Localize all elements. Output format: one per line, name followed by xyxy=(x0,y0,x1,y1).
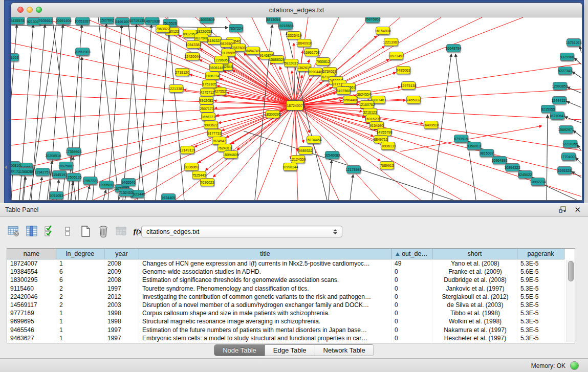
graph-node[interactable]: 10975887 xyxy=(59,162,73,170)
new-table-icon[interactable] xyxy=(79,225,92,238)
graph-node[interactable]: 2507170 xyxy=(200,104,214,113)
table-row[interactable]: 1830029562008Estimation of significance … xyxy=(7,276,575,284)
graph-node[interactable]: 14671938 xyxy=(145,17,159,25)
graph-node[interactable]: 9806146 xyxy=(209,63,224,72)
graph-node[interactable]: 15134454 xyxy=(307,136,321,144)
panel-collapse-arrow-icon[interactable] xyxy=(5,165,7,169)
graph-node[interactable]: 16409510 xyxy=(424,121,438,129)
graph-node[interactable]: 7485063 xyxy=(396,66,410,74)
graph-node[interactable]: 13995810 xyxy=(99,181,114,189)
column-header-pagerank[interactable]: pagerank xyxy=(517,249,564,259)
table-settings-icon[interactable] xyxy=(7,225,20,238)
graph-node[interactable]: 17359924 xyxy=(67,147,81,156)
graph-node[interactable]: 1527602 xyxy=(100,17,114,24)
graph-node[interactable]: 9815037 xyxy=(480,149,494,157)
graph-node[interactable]: 11545193 xyxy=(52,170,67,179)
graph-node[interactable]: 5822037 xyxy=(284,59,298,67)
graph-node[interactable]: 15751074 xyxy=(567,38,581,47)
graph-node[interactable]: 12444151 xyxy=(552,96,567,104)
graph-node[interactable]: 18300295 xyxy=(266,110,280,118)
column-header-short[interactable]: short xyxy=(432,249,517,259)
graph-node[interactable]: 18640910 xyxy=(297,39,311,47)
graph-node[interactable]: 7857224 xyxy=(229,24,243,32)
graph-node[interactable]: 16964893 xyxy=(492,156,507,164)
graph-node[interactable]: 6466100 xyxy=(115,17,129,26)
graph-node[interactable]: 12213383 xyxy=(169,84,183,93)
tab-node-table[interactable]: Node Table xyxy=(214,345,265,356)
table-select-dropdown[interactable]: citations_edges.txt xyxy=(141,226,342,237)
graph-node[interactable]: 20206516 xyxy=(46,151,60,160)
graph-node[interactable]: 6497568 xyxy=(336,86,351,95)
tab-network-table[interactable]: Network Table xyxy=(315,345,374,356)
graph-node[interactable]: 9358913 xyxy=(467,142,481,150)
graph-node[interactable]: 20691406 xyxy=(56,17,71,25)
graph-node[interactable]: 12975138 xyxy=(401,81,416,90)
graph-node[interactable]: 10543382 xyxy=(186,40,201,49)
table-row[interactable]: 1938455462009Genome-wide association stu… xyxy=(7,268,575,276)
graph-node[interactable]: 1186234 xyxy=(205,72,220,80)
graph-node[interactable]: 17957223 xyxy=(83,177,97,185)
graph-node[interactable]: 3656371 xyxy=(201,113,215,121)
graph-node[interactable]: 9989332 xyxy=(298,146,313,155)
graph-node[interactable]: 16648784 xyxy=(446,44,461,52)
network-canvas[interactable]: 5435578921307176056622069140610653287152… xyxy=(11,17,582,201)
graph-node[interactable]: 10973493 xyxy=(389,52,403,60)
graph-node[interactable]: 6595328 xyxy=(557,166,572,174)
graph-node[interactable]: 12210355 xyxy=(563,140,577,148)
delete-table-icon[interactable] xyxy=(97,225,110,238)
scrollbar-thumb[interactable] xyxy=(568,261,574,281)
graph-node[interactable]: 12124559 xyxy=(291,155,305,163)
column-header-year[interactable]: year xyxy=(104,249,139,259)
graph-node[interactable]: 3624554 xyxy=(357,90,371,98)
graph-node[interactable]: 16546082 xyxy=(325,151,339,159)
select-all-icon[interactable] xyxy=(43,225,56,238)
unselect-rows-icon[interactable] xyxy=(61,225,74,238)
graph-node[interactable]: 12093853 xyxy=(553,82,567,90)
window-titlebar[interactable]: citations_edges.txt xyxy=(11,3,582,17)
graph-node[interactable]: 19218586 xyxy=(278,21,293,30)
graph-node[interactable]: 15094605 xyxy=(224,150,238,159)
graph-node[interactable]: 12213967 xyxy=(384,38,398,46)
graph-node[interactable]: 16033809 xyxy=(200,17,214,24)
graph-node[interactable]: 7636023 xyxy=(200,178,214,186)
graph-node[interactable]: 7465832 xyxy=(406,96,421,104)
graph-node[interactable]: 16210643 xyxy=(550,112,564,120)
graph-node[interactable]: 8036869 xyxy=(184,163,199,171)
close-panel-icon[interactable]: ✕ xyxy=(574,205,581,214)
column-header-out_de[interactable]: out_de… xyxy=(391,249,432,259)
graph-node[interactable]: 9903622 xyxy=(204,121,218,129)
tab-edge-table[interactable]: Edge Table xyxy=(265,345,315,356)
graph-node[interactable]: 12286058 xyxy=(214,56,229,64)
graph-node[interactable]: 16154808 xyxy=(376,27,390,35)
graph-node[interactable]: 5051053 xyxy=(49,191,63,200)
graph-node[interactable]: 10996133 xyxy=(381,142,395,150)
graph-node[interactable]: 10992234 xyxy=(531,178,545,186)
graph-node[interactable]: 15692971 xyxy=(559,125,573,134)
table-row[interactable]: 2242004622012Investigating the contribut… xyxy=(7,293,575,301)
graph-node[interactable]: 22420046 xyxy=(185,52,200,60)
graph-node[interactable]: 15688520 xyxy=(270,55,284,63)
graph-node[interactable]: 7634405 xyxy=(161,193,176,201)
table-row[interactable]: 1872400712008Changes of HCN gene express… xyxy=(7,259,575,268)
graph-node[interactable]: 12178986 xyxy=(346,165,361,173)
graph-node[interactable]: 10653287 xyxy=(75,17,90,25)
graph-node[interactable]: 2718120 xyxy=(175,68,189,76)
graph-node[interactable]: 10894223 xyxy=(505,163,519,171)
graph-node[interactable]: 20564486 xyxy=(343,96,357,104)
column-header-in_degree[interactable]: in_degree xyxy=(56,249,104,259)
graph-node[interactable]: 12505135 xyxy=(67,173,81,181)
graph-node[interactable]: 11568289 xyxy=(19,167,33,176)
table-row[interactable]: 911546021997Tourette syndrome. Phenomeno… xyxy=(7,285,575,293)
float-panel-icon[interactable] xyxy=(559,206,567,213)
table-scrollbar[interactable] xyxy=(567,260,574,342)
graph-node[interactable]: 7152453 xyxy=(119,188,133,196)
graph-node[interactable]: 9245022 xyxy=(518,170,532,179)
graph-node[interactable]: 17704003 xyxy=(561,152,576,161)
graph-node[interactable]: 6793919 xyxy=(454,135,468,143)
table-row[interactable]: 969969511998Structural magnetic resonanc… xyxy=(7,317,575,325)
graph-node[interactable]: 20551903 xyxy=(75,48,90,56)
graph-node[interactable]: 7955812 xyxy=(316,57,330,65)
graph-node[interactable]: 7963822 xyxy=(156,25,170,33)
table-row[interactable]: 946554611997Estimation of the future num… xyxy=(7,326,575,334)
table-row[interactable]: 977716911998Corpus callosum shape and si… xyxy=(7,309,575,317)
